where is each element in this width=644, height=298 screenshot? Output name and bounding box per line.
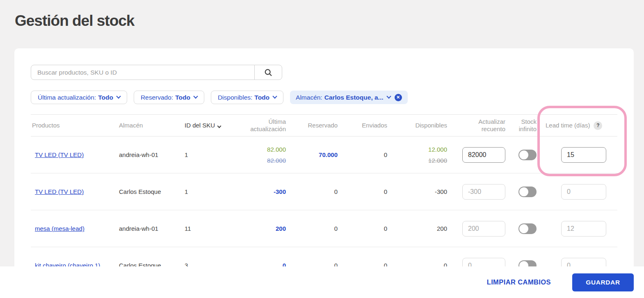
- chevron-down-icon: [116, 94, 121, 98]
- header-shipped: Enviados: [338, 122, 387, 129]
- filter-label: Última actualización:: [38, 94, 96, 101]
- header-available: Disponibles: [387, 122, 447, 129]
- shipped-cell: 0: [338, 188, 387, 195]
- header-recount: Actualizar recuento: [447, 118, 505, 133]
- filter-value: Todo: [98, 94, 113, 101]
- available-cell: -300: [387, 188, 447, 195]
- product-link[interactable]: TV LED (TV LED): [35, 188, 84, 195]
- search-bar: [31, 65, 282, 80]
- header-infinite-stock-label: Stock infinito: [512, 118, 537, 133]
- available-cell: 200: [387, 225, 447, 232]
- filter-label: Almacén:: [296, 94, 322, 101]
- lead-time-input[interactable]: [561, 147, 606, 163]
- chevron-down-icon: [193, 94, 198, 98]
- warehouse-cell: Carlos Estoque: [119, 188, 185, 195]
- chevron-down-icon: [386, 94, 391, 98]
- table-row: mesa (mesa-lead) andreia-wh-01 11 200 0 …: [31, 210, 617, 247]
- save-button[interactable]: GUARDAR: [572, 273, 634, 291]
- filter-reserved[interactable]: Reservado: Todo: [134, 91, 204, 104]
- header-products: Productos: [31, 122, 119, 129]
- search-button[interactable]: [254, 65, 282, 80]
- warehouse-cell: andreia-wh-01: [119, 151, 185, 158]
- shipped-cell: 0: [338, 151, 387, 158]
- table-row: TV LED (TV LED) Carlos Estoque 1 -300 0 …: [31, 173, 617, 210]
- infinite-stock-toggle[interactable]: [518, 223, 537, 234]
- header-warehouse: Almacén: [119, 122, 185, 129]
- filter-value: Todo: [175, 94, 190, 101]
- last-update-cell: -300: [234, 188, 286, 195]
- lead-time-input[interactable]: [561, 184, 606, 200]
- page-title: Gestión del stock: [15, 12, 134, 30]
- infinite-stock-toggle[interactable]: [518, 187, 537, 197]
- header-sku-id-sort[interactable]: ID del SKU: [185, 122, 234, 129]
- table-row: TV LED (TV LED) andreia-wh-01 1 82.000 8…: [31, 136, 617, 173]
- filter-value: Carlos Estoque, a...: [324, 94, 384, 101]
- toggle-knob: [519, 187, 528, 196]
- filter-label: Reservado:: [141, 94, 173, 101]
- sku-id-cell: 11: [185, 225, 234, 232]
- stock-table: Productos Almacén ID del SKU Última actu…: [31, 114, 617, 284]
- warehouse-cell: andreia-wh-01: [119, 225, 185, 232]
- last-update-cell: 200: [234, 225, 286, 232]
- available-old-value: 12.000: [428, 157, 447, 164]
- header-reserved: Reservado: [286, 122, 338, 129]
- help-icon[interactable]: ?: [594, 121, 602, 130]
- search-input[interactable]: [31, 65, 255, 80]
- header-infinite-stock: Stock infinito: [505, 118, 540, 133]
- reserved-cell: 0: [286, 188, 338, 195]
- sku-id-cell: 1: [185, 151, 234, 158]
- last-update-old-value: 82.000: [267, 157, 286, 164]
- recount-input[interactable]: [462, 221, 505, 237]
- lead-time-input[interactable]: [561, 221, 606, 237]
- recount-input[interactable]: [462, 147, 505, 163]
- shipped-cell: 0: [338, 225, 387, 232]
- reserved-cell: 70.000: [286, 151, 338, 158]
- filter-label: Disponibles:: [218, 94, 252, 101]
- sku-id-cell: 1: [185, 188, 234, 195]
- filter-bar: Última actualización: Todo Reservado: To…: [31, 91, 617, 104]
- filter-value: Todo: [254, 94, 269, 101]
- chevron-down-icon: [272, 94, 277, 98]
- header-sku-id-label: ID del SKU: [185, 122, 215, 129]
- sort-chevron-down-icon: [217, 124, 222, 128]
- infinite-stock-toggle[interactable]: [518, 150, 537, 160]
- last-update-new-value: 82.000: [267, 146, 286, 153]
- header-last-update: Última actualización: [234, 118, 286, 133]
- header-recount-label: Actualizar recuento: [468, 118, 505, 133]
- toggle-knob: [519, 224, 528, 233]
- stock-management-card: Última actualización: Todo Reservado: To…: [14, 48, 634, 298]
- remove-filter-icon[interactable]: ✕: [395, 94, 402, 101]
- header-lead-time: Lead time (días) ?: [540, 121, 617, 130]
- available-new-value: 12.000: [428, 146, 447, 153]
- product-link[interactable]: mesa (mesa-lead): [35, 225, 84, 232]
- toggle-knob: [519, 150, 528, 159]
- filter-last-update[interactable]: Última actualización: Todo: [31, 91, 127, 104]
- recount-input[interactable]: [462, 184, 505, 200]
- table-header-row: Productos Almacén ID del SKU Última actu…: [31, 114, 617, 136]
- search-icon: [264, 68, 273, 77]
- action-bar: LIMPIAR CAMBIOS GUARDAR: [0, 266, 644, 298]
- header-lead-time-label: Lead time (días): [546, 122, 590, 129]
- clear-changes-button[interactable]: LIMPIAR CAMBIOS: [487, 278, 551, 286]
- filter-available[interactable]: Disponibles: Todo: [211, 91, 283, 104]
- product-link[interactable]: TV LED (TV LED): [35, 151, 84, 158]
- reserved-cell: 0: [286, 225, 338, 232]
- filter-warehouse[interactable]: Almacén: Carlos Estoque, a... ✕: [290, 91, 407, 104]
